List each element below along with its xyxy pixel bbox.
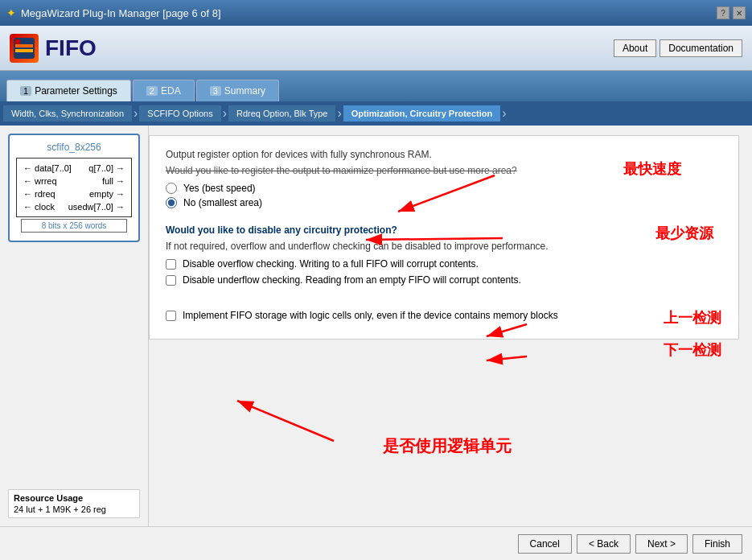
step-scfifo-label: SCFIFO Options <box>147 109 212 118</box>
tab-label-2: EDA <box>161 85 181 97</box>
fifo-size-label: 8 bits x 256 words <box>21 219 127 233</box>
tab-label-1: Parameter Settings <box>35 85 117 97</box>
step-rdreq-label: Rdreq Option, Blk Type <box>236 109 328 118</box>
header-logo: FIFO <box>10 34 97 63</box>
fifo-port-data-left: ← data[7..0] <box>23 163 72 173</box>
app-icon: ✦ <box>6 6 16 19</box>
annotation-next-check: 下一检测 <box>664 340 721 360</box>
checkbox-group: Disable overflow checking. Writing to a … <box>166 258 722 286</box>
svg-rect-3 <box>15 39 20 44</box>
svg-line-11 <box>487 356 527 360</box>
tab-eda[interactable]: 2 EDA <box>133 80 195 101</box>
performance-question: Would you like to register the output to… <box>166 165 722 176</box>
resource-title: Resource Usage <box>14 493 134 503</box>
bottom-bar: Cancel < Back Next > Finish <box>0 526 752 560</box>
logo-icon <box>10 34 39 63</box>
step-arrow-1: › <box>132 106 139 121</box>
svg-rect-2 <box>15 49 33 52</box>
cancel-button[interactable]: Cancel <box>518 534 572 554</box>
right-panel: Output register option for devices with … <box>149 135 739 340</box>
back-button[interactable]: < Back <box>577 534 631 554</box>
tab-num-2: 2 <box>146 86 158 96</box>
fifo-port-wrreq-left: ← wrreq <box>23 176 57 186</box>
tab-summary[interactable]: 3 Summary <box>196 80 279 101</box>
step-rdreq[interactable]: Rdreq Option, Blk Type <box>228 105 336 121</box>
help-button[interactable]: ? <box>717 6 729 19</box>
header-buttons: About Documentation <box>614 39 742 57</box>
step-arrow-4: › <box>500 106 507 121</box>
left-panel: scfifo_8x256 ← data[7..0] q[7..0] → ← wr… <box>0 126 149 526</box>
step-arrow-2: › <box>221 106 228 121</box>
overflow-checkbox[interactable] <box>166 259 176 270</box>
svg-rect-1 <box>15 44 33 47</box>
about-button[interactable]: About <box>614 39 656 57</box>
fifo-title: scfifo_8x256 <box>16 142 132 153</box>
window-title: MegaWizard Plug-In Manager [page 6 of 8] <box>21 7 221 19</box>
radio-no-text: No (smallest area) <box>183 197 262 208</box>
step-optimization-label: Optimization, Circuitry Protection <box>351 109 492 118</box>
fifo-port-empty-right: empty → <box>89 189 125 199</box>
fifo-row-wrreq: ← wrreq full → <box>20 175 128 187</box>
radio-no-label[interactable]: No (smallest area) <box>166 197 722 208</box>
circuitry-question: Would you like to disable any circuitry … <box>166 224 722 236</box>
title-controls: ? ✕ <box>717 6 746 19</box>
fifo-port-q-right: q[7..0] → <box>88 163 125 173</box>
title-bar: ✦ MegaWizard Plug-In Manager [page 6 of … <box>0 0 752 26</box>
radio-yes[interactable] <box>166 183 177 194</box>
fifo-row-clock: ← clock usedw[7..0] → <box>20 200 128 213</box>
step-optimization[interactable]: Optimization, Circuitry Protection <box>343 105 500 121</box>
finish-button[interactable]: Finish <box>692 534 742 554</box>
logo-text: FIFO <box>45 35 97 61</box>
step-scfifo[interactable]: SCFIFO Options <box>139 105 220 121</box>
resource-usage: Resource Usage 24 lut + 1 M9K + 26 reg <box>8 489 140 518</box>
step-bar: Width, Clks, Synchronization › SCFIFO Op… <box>0 101 752 126</box>
tab-num-3: 3 <box>210 86 221 96</box>
circuitry-detail: If not required, overflow and underflow … <box>166 241 722 252</box>
logic-cells-label[interactable]: Implement FIFO storage with logic cells … <box>166 310 722 321</box>
sync-ram-text: Output register option for devices with … <box>166 149 722 160</box>
underflow-label[interactable]: Disable underflow checking. Reading from… <box>166 274 722 286</box>
title-bar-left: ✦ MegaWizard Plug-In Manager [page 6 of … <box>6 6 221 19</box>
resource-detail: 24 lut + 1 M9K + 26 reg <box>14 504 134 514</box>
radio-group-performance: Yes (best speed) No (smallest area) <box>166 183 722 208</box>
right-panel-wrapper: Output register option for devices with … <box>149 130 746 521</box>
fifo-row-data: ← data[7..0] q[7..0] → <box>20 162 128 175</box>
radio-yes-text: Yes (best speed) <box>183 183 256 194</box>
tab-parameter-settings[interactable]: 1 Parameter Settings <box>6 80 131 101</box>
overflow-label[interactable]: Disable overflow checking. Writing to a … <box>166 258 722 270</box>
logic-cells-text: Implement FIFO storage with logic cells … <box>183 310 558 321</box>
underflow-checkbox[interactable] <box>166 275 176 286</box>
header-bar: FIFO About Documentation <box>0 26 752 71</box>
main-content: scfifo_8x256 ← data[7..0] q[7..0] → ← wr… <box>0 126 752 526</box>
overflow-text: Disable overflow checking. Writing to a … <box>183 258 479 270</box>
fifo-port-clock-left: ← clock <box>23 202 55 212</box>
fifo-port-usedw-right: usedw[7..0] → <box>68 202 125 212</box>
fifo-port-full-right: full → <box>102 176 125 186</box>
underflow-text: Disable underflow checking. Reading from… <box>183 274 521 286</box>
svg-line-13 <box>237 401 334 441</box>
fifo-diagram: scfifo_8x256 ← data[7..0] q[7..0] → ← wr… <box>8 134 140 242</box>
logic-cells-checkbox[interactable] <box>166 311 176 321</box>
close-button[interactable]: ✕ <box>733 6 746 19</box>
next-button[interactable]: Next > <box>635 534 688 554</box>
step-arrow-3: › <box>335 106 343 121</box>
tabs-row: 1 Parameter Settings 2 EDA 3 Summary <box>0 71 752 101</box>
step-width-label: Width, Clks, Synchronization <box>11 109 124 118</box>
step-width[interactable]: Width, Clks, Synchronization <box>3 105 132 121</box>
radio-no[interactable] <box>166 197 177 208</box>
fifo-port-rdreq-left: ← rdreq <box>23 189 55 199</box>
tab-label-3: Summary <box>224 85 265 97</box>
annotation-logic-cells: 是否使用逻辑单元 <box>383 435 512 457</box>
tab-num-1: 1 <box>20 86 31 96</box>
fifo-row-rdreq: ← rdreq empty → <box>20 187 128 200</box>
radio-yes-label[interactable]: Yes (best speed) <box>166 183 722 194</box>
documentation-button[interactable]: Documentation <box>660 39 742 57</box>
